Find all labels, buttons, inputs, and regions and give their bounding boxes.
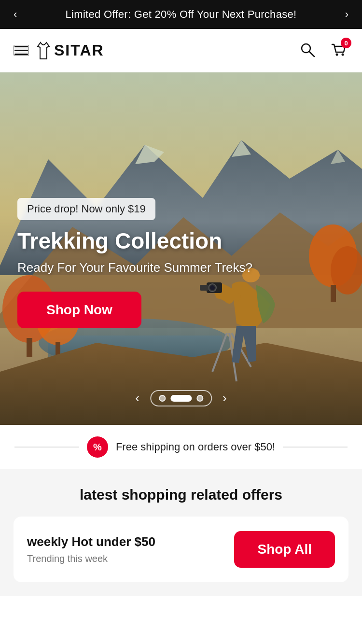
hero-content: Price drop! Now only $19 Trekking Collec… (0, 72, 362, 425)
hero-subtitle: Ready For Your Favourite Summer Treks? (17, 260, 345, 275)
hero-banner: Price drop! Now only $19 Trekking Collec… (0, 72, 362, 425)
header: SITAR 0 (0, 29, 362, 72)
offers-section: latest shopping related offers weekly Ho… (0, 469, 362, 596)
svg-line-1 (309, 52, 314, 56)
promo-line-right (283, 447, 348, 448)
header-left: SITAR (14, 42, 104, 60)
logo: SITAR (37, 42, 104, 60)
search-icon (299, 42, 316, 58)
logo-text: SITAR (54, 42, 104, 59)
carousel-dot-1[interactable] (159, 395, 166, 402)
promo-line-left (14, 447, 79, 448)
svg-point-2 (336, 54, 338, 56)
carousel-dot-3[interactable] (196, 395, 203, 402)
promo-icon: % (87, 436, 108, 458)
hero-title: Trekking Collection (17, 229, 345, 253)
logo-icon (37, 42, 50, 60)
cart-button[interactable]: 0 (328, 40, 348, 61)
search-button[interactable] (297, 40, 318, 61)
price-badge: Price drop! Now only $19 (17, 198, 155, 220)
carousel-controls: ‹ › (131, 389, 230, 407)
shop-now-button[interactable]: Shop Now (17, 292, 141, 328)
menu-button[interactable] (14, 45, 29, 56)
announcement-text: Limited Offer: Get 20% Off Your Next Pur… (66, 8, 297, 21)
announcement-next-button[interactable]: › (341, 4, 352, 25)
carousel-dot-2[interactable] (170, 395, 192, 402)
svg-point-3 (342, 54, 344, 56)
carousel-dots (150, 390, 212, 406)
shop-all-button[interactable]: Shop All (234, 531, 335, 568)
offers-title: latest shopping related offers (14, 487, 348, 503)
offer-card-left: weekly Hot under $50 Trending this week (27, 534, 155, 564)
cart-badge: 0 (341, 38, 351, 48)
offer-card: weekly Hot under $50 Trending this week … (14, 517, 348, 582)
announcement-bar: ‹ Limited Offer: Get 20% Off Your Next P… (0, 0, 362, 29)
promo-text: Free shipping on orders over $50! (116, 441, 275, 453)
carousel-next-button[interactable]: › (219, 389, 231, 407)
carousel-prev-button[interactable]: ‹ (131, 389, 143, 407)
offer-card-subtitle: Trending this week (27, 553, 155, 564)
header-right: 0 (297, 40, 348, 61)
announcement-prev-button[interactable]: ‹ (10, 4, 21, 25)
offer-card-title: weekly Hot under $50 (27, 534, 155, 549)
promo-strip: % Free shipping on orders over $50! (0, 425, 362, 469)
